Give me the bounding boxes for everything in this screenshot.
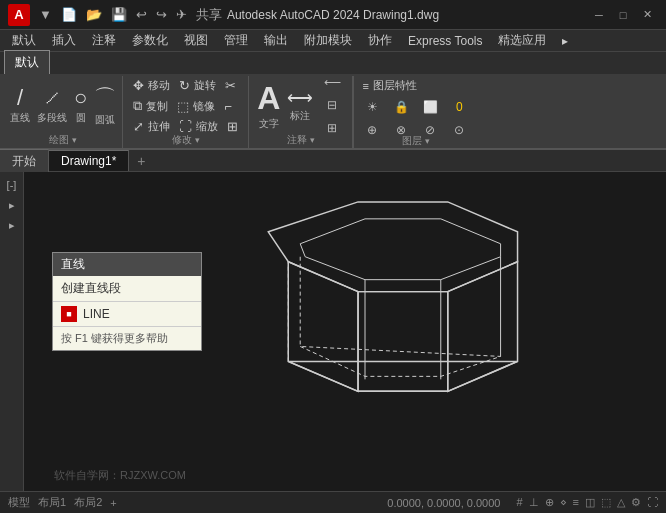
canvas-area: 直线 创建直线段 ■ LINE 按 F1 键获得更多帮助 软件自学网：RJZXW… — [24, 172, 666, 491]
status-bar: 模型 布局1 布局2 + 0.0000, 0.0000, 0.0000 # ⊥ … — [0, 491, 666, 513]
transparency-icon[interactable]: ◫ — [585, 496, 595, 509]
dimension-tool[interactable]: ⟷ 标注 — [285, 85, 315, 125]
menu-view[interactable]: 视图 — [176, 30, 216, 51]
array-icon: ⊞ — [227, 119, 238, 134]
polar-icon[interactable]: ⊕ — [545, 496, 554, 509]
anno-btn2[interactable]: ⊟ — [318, 94, 346, 116]
modify-group-label: 修改 — [123, 133, 248, 148]
line-tool[interactable]: / 直线 — [8, 83, 32, 127]
model-space[interactable]: 模型 — [8, 495, 30, 510]
text-label: 文字 — [259, 117, 279, 131]
draw-tools: / 直线 ⟋ 多段线 ○ 圆 ⌒ 圆弧 — [8, 76, 118, 134]
circle-icon: ○ — [74, 85, 87, 111]
text-icon: A — [257, 80, 280, 117]
ortho-icon[interactable]: ⊥ — [529, 496, 539, 509]
lineweight-icon[interactable]: ≡ — [573, 496, 579, 509]
tab-default[interactable]: 默认 — [4, 50, 50, 74]
draw-group-label: 绘图 — [4, 133, 122, 148]
copy-icon: ⧉ — [133, 98, 142, 114]
rotate-btn[interactable]: ↻ 旋转 — [175, 76, 220, 95]
qt-save[interactable]: 💾 — [108, 5, 130, 24]
fullscreen-icon[interactable]: ⛶ — [647, 496, 658, 509]
new-tab-button[interactable]: + — [129, 150, 153, 172]
menu-collab[interactable]: 协作 — [360, 30, 400, 51]
layout1[interactable]: 布局1 — [38, 495, 66, 510]
status-icons: # ⊥ ⊕ ⋄ ≡ ◫ ⬚ △ ⚙ ⛶ — [516, 496, 658, 509]
stretch-icon: ⤢ — [133, 119, 144, 134]
circle-tool[interactable]: ○ 圆 — [72, 83, 89, 127]
layer-btn2[interactable]: 🔒 — [387, 96, 415, 118]
start-tab[interactable]: 开始 — [0, 149, 49, 173]
menu-express[interactable]: Express Tools — [400, 32, 490, 50]
menu-bar: 默认 插入 注释 参数化 视图 管理 输出 附加模块 协作 Express To… — [0, 30, 666, 52]
qt-publish[interactable]: ✈ — [173, 5, 190, 24]
lt-arrow1[interactable]: ▸ — [2, 196, 22, 214]
qt-share[interactable]: 共享 — [193, 4, 225, 26]
text-tool[interactable]: A 文字 — [255, 78, 282, 133]
layer-row2: ☀ 🔒 ⬜ 0 — [358, 96, 473, 118]
grid-icon[interactable]: # — [516, 496, 522, 509]
arc-tool[interactable]: ⌒ 圆弧 — [92, 81, 118, 129]
dimension-label: 标注 — [290, 109, 310, 123]
annotation-extra: ⟵ ⊟ ⊞ — [318, 71, 346, 139]
qt-open[interactable]: 📂 — [83, 5, 105, 24]
qt-undo[interactable]: ↩ — [133, 5, 150, 24]
menu-manage[interactable]: 管理 — [216, 30, 256, 51]
app-icon: A — [8, 4, 30, 26]
fillet-btn[interactable]: ⌐ — [220, 96, 236, 116]
workspace-icon[interactable]: ⚙ — [631, 496, 641, 509]
svg-marker-4 — [288, 361, 517, 391]
polyline-label: 多段线 — [37, 111, 67, 125]
selection-icon[interactable]: ⬚ — [601, 496, 611, 509]
layer-btn3[interactable]: ⬜ — [416, 96, 444, 118]
arc-icon: ⌒ — [94, 83, 116, 113]
copy-btn[interactable]: ⧉ 复制 — [129, 96, 172, 116]
modify-row2: ⧉ 复制 ⬚ 镜像 ⌐ — [129, 96, 242, 116]
layout2[interactable]: 布局2 — [74, 495, 102, 510]
trim-btn[interactable]: ✂ — [221, 76, 240, 95]
scale-icon: ⛶ — [179, 119, 192, 134]
rotate-icon: ↻ — [179, 78, 190, 93]
polyline-tool[interactable]: ⟋ 多段线 — [35, 83, 69, 127]
line-label: 直线 — [10, 111, 30, 125]
status-plus[interactable]: + — [110, 497, 116, 509]
snap-icon[interactable]: ⋄ — [560, 496, 567, 509]
qt-dropdown[interactable]: ▼ — [36, 5, 55, 24]
layer-btn4[interactable]: 0 — [445, 96, 473, 118]
menu-parametric[interactable]: 参数化 — [124, 30, 176, 51]
trim-icon: ✂ — [225, 78, 236, 93]
qt-redo[interactable]: ↪ — [153, 5, 170, 24]
layer-tools: ≡ 图层特性 ☀ 🔒 ⬜ 0 ⊕ ⊗ ⊘ ⊙ — [358, 76, 473, 141]
scale-label: 缩放 — [196, 119, 218, 134]
drawing-tab[interactable]: Drawing1* — [49, 150, 129, 171]
menu-output[interactable]: 输出 — [256, 30, 296, 51]
qt-new[interactable]: 📄 — [58, 5, 80, 24]
context-item-create[interactable]: 创建直线段 — [53, 276, 201, 301]
move-label: 移动 — [148, 78, 170, 93]
lt-bracket[interactable]: [-] — [2, 176, 22, 194]
menu-default[interactable]: 默认 — [4, 30, 44, 51]
stretch-label: 拉伸 — [148, 119, 170, 134]
anno-btn1[interactable]: ⟵ — [318, 71, 346, 93]
annotate-scale-icon[interactable]: △ — [617, 496, 625, 509]
mirror-btn[interactable]: ⬚ 镜像 — [173, 96, 219, 116]
layer-btn1[interactable]: ☀ — [358, 96, 386, 118]
menu-more[interactable]: ▸ — [554, 32, 576, 50]
watermark: 软件自学网：RJZXW.COM — [54, 468, 186, 483]
minimize-button[interactable]: ─ — [588, 6, 610, 24]
menu-featured[interactable]: 精选应用 — [490, 30, 554, 51]
lt-arrow2[interactable]: ▸ — [2, 216, 22, 234]
maximize-button[interactable]: □ — [612, 6, 634, 24]
circle-label: 圆 — [76, 111, 86, 125]
menu-addons[interactable]: 附加模块 — [296, 30, 360, 51]
move-btn[interactable]: ✥ 移动 — [129, 76, 174, 95]
ribbon-content: / 直线 ⟋ 多段线 ○ 圆 ⌒ 圆弧 绘图 — [0, 74, 666, 150]
menu-annotate[interactable]: 注释 — [84, 30, 124, 51]
close-button[interactable]: ✕ — [636, 6, 658, 24]
svg-marker-6 — [300, 219, 500, 280]
annotation-group-label: 注释 — [249, 133, 352, 148]
menu-insert[interactable]: 插入 — [44, 30, 84, 51]
drawing-area[interactable]: [-] ▸ ▸ — [0, 172, 666, 491]
ribbon-annotation-group: A 文字 ⟷ 标注 ⟵ ⊟ ⊞ 注释 — [249, 76, 353, 148]
layer-prop-btn[interactable]: ≡ 图层特性 — [358, 76, 473, 95]
